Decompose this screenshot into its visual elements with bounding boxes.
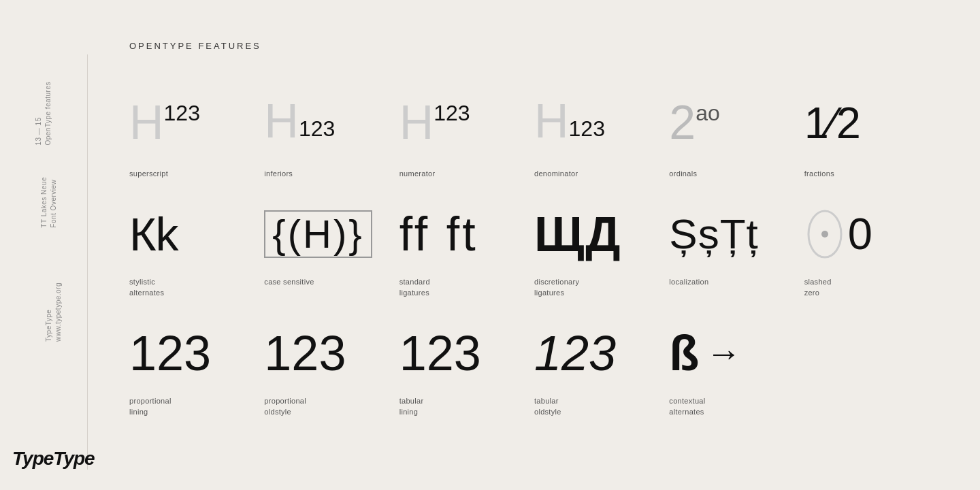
feature-tabular-oldstyle: 123 tabular oldstyle [534, 312, 669, 425]
discretionary-ligatures-label: discretionary ligatures [534, 276, 579, 299]
proportional-oldstyle-glyph: 123 [264, 319, 346, 387]
row2-grid: Кk stylistic alternates {(H)} case sensi… [129, 193, 939, 306]
standard-ligatures-glyph: ff ft [399, 200, 478, 268]
fractions-label: fractions [804, 168, 834, 180]
main-content: OPENTYPE FEATURES H123 superscript H123 [88, 0, 980, 490]
tabular-oldstyle-glyph: 123 [534, 319, 616, 387]
case-sensitive-glyph: {(H)} [264, 200, 372, 268]
feature-inferiors: H123 inferiors [264, 78, 399, 186]
case-sensitive-label: case sensitive [264, 276, 314, 288]
contextual-alternates-label: contextual alternates [669, 395, 705, 418]
typetype-logo: TypeType [12, 448, 95, 470]
slashed-zero-label: slashed zero [804, 276, 832, 299]
discretionary-ligatures-glyph: ЩД [534, 200, 622, 268]
feature-discretionary-ligatures: ЩД discretionary ligatures [534, 193, 669, 306]
superscript-label: superscript [129, 168, 168, 180]
feature-case-sensitive: {(H)} case sensitive [264, 193, 399, 306]
localization-label: localization [669, 276, 708, 288]
fractions-glyph: 1⁄2 [804, 85, 861, 160]
stylistic-alternates-label: stylistic alternates [129, 276, 164, 299]
tabular-lining-label: tabular lining [399, 395, 424, 418]
empty-cell [804, 312, 939, 425]
feature-slashed-zero: 0 slashed zero [804, 193, 939, 306]
tabular-oldstyle-label: tabular oldstyle [534, 395, 561, 418]
inferiors-label: inferiors [264, 168, 293, 180]
feature-denominator: H123 denominator [534, 78, 669, 186]
feature-contextual-alternates: ß → contextual alternates [669, 312, 804, 425]
ordinals-label: ordinals [669, 168, 697, 180]
numerator-glyph: H123 [399, 85, 470, 160]
zero-outline-icon [804, 207, 845, 261]
feature-proportional-oldstyle: 123 proportional oldstyle [264, 312, 399, 425]
page-title: OPENTYPE FEATURES [129, 41, 939, 51]
svg-point-1 [821, 231, 828, 238]
tabular-lining-glyph: 123 [399, 319, 481, 387]
feature-numerator: H123 numerator [399, 78, 534, 186]
page-numbers: 13 — 15 OpenType features [34, 82, 53, 146]
stylistic-alternates-glyph: Кk [129, 200, 178, 268]
feature-stylistic-alternates: Кk stylistic alternates [129, 193, 264, 306]
page: 13 — 15 OpenType features TT Lakes Neue … [0, 0, 980, 490]
standard-ligatures-label: standard ligatures [399, 276, 430, 299]
row3-grid: 123 proportional lining 123 proportional… [129, 312, 939, 425]
denominator-glyph: H123 [534, 85, 605, 160]
denominator-label: denominator [534, 168, 578, 180]
feature-tabular-lining: 123 tabular lining [399, 312, 534, 425]
proportional-lining-label: proportional lining [129, 395, 172, 418]
feature-ordinals: 2ao ordinals [669, 78, 804, 186]
feature-localization: ȘșȚț localization [669, 193, 804, 306]
slashed-zero-glyph: 0 [804, 200, 872, 268]
proportional-oldstyle-label: proportional oldstyle [264, 395, 306, 418]
ordinals-glyph: 2ao [669, 85, 720, 160]
contextual-alternates-glyph: ß → [669, 319, 741, 387]
localization-glyph: ȘșȚț [669, 200, 758, 268]
feature-fractions: 1⁄2 fractions [804, 78, 939, 186]
feature-superscript: H123 superscript [129, 78, 264, 186]
numerator-label: numerator [399, 168, 436, 180]
feature-proportional-lining: 123 proportional lining [129, 312, 264, 425]
font-name-label: TT Lakes Neue Font Overview [39, 177, 59, 228]
proportional-lining-glyph: 123 [129, 319, 211, 387]
inferiors-glyph: H123 [264, 85, 335, 160]
company-url: TypeType www.typetype.org [44, 282, 63, 342]
superscript-glyph: H123 [129, 85, 200, 160]
feature-standard-ligatures: ff ft standard ligatures [399, 193, 534, 306]
row1-grid: H123 superscript H123 inferiors H123 [129, 78, 939, 186]
sidebar: 13 — 15 OpenType features TT Lakes Neue … [0, 0, 88, 490]
